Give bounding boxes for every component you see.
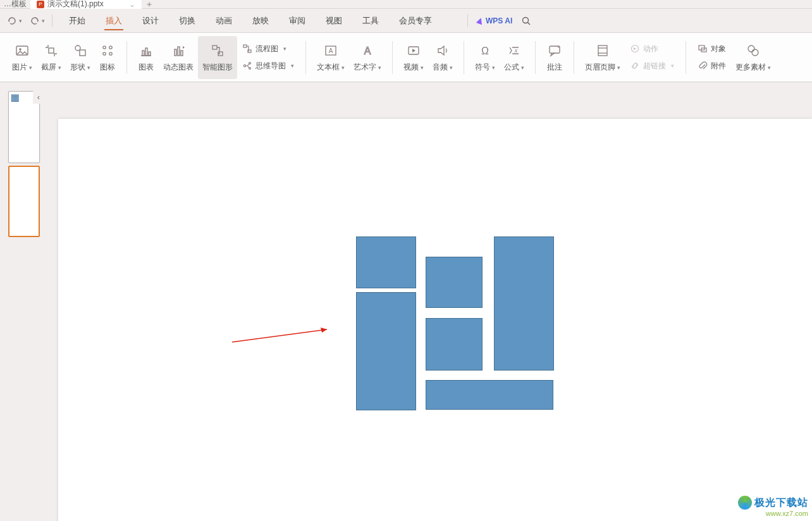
slide-thumbnails-panel[interactable]: ‹ [0, 82, 44, 521]
flowchart-button[interactable]: 流程图▾ [240, 42, 297, 56]
header-footer-button[interactable]: 页眉页脚 [581, 36, 625, 79]
menu-member[interactable]: 会员专享 [389, 9, 442, 32]
svg-text:A: A [364, 46, 371, 56]
svg-point-39 [752, 49, 758, 56]
audio-button[interactable]: 音频 [428, 36, 457, 79]
menu-animation[interactable]: 动画 [206, 9, 242, 32]
svg-text:Ω: Ω [481, 46, 489, 56]
svg-text:A: A [329, 47, 333, 54]
menu-design[interactable]: 设计 [132, 9, 169, 32]
current-slide[interactable] [58, 119, 812, 521]
picture-icon [14, 42, 30, 59]
search-button[interactable] [521, 16, 531, 26]
icons-button[interactable]: 图标 [95, 36, 120, 79]
tab-dropdown-icon[interactable]: ⌄ [129, 0, 135, 9]
shape-rectangle[interactable] [356, 236, 416, 288]
object-button[interactable]: 对象 [695, 42, 729, 56]
svg-rect-32 [598, 46, 607, 56]
more-assets-icon [745, 42, 761, 59]
hyperlink-button: 超链接▾ [627, 59, 677, 73]
symbol-button[interactable]: Ω 符号 [471, 36, 500, 79]
ribbon-insert: 图片 截屏 形状 图标 图表 [0, 33, 812, 82]
smart-shape-icon [209, 42, 226, 59]
svg-text:+: + [557, 44, 560, 50]
menu-review[interactable]: 审阅 [279, 9, 316, 32]
wps-ai-button[interactable]: WPS AI [477, 16, 512, 25]
svg-point-8 [109, 46, 112, 48]
menu-transition[interactable]: 切换 [169, 9, 206, 32]
menu-start[interactable]: 开始 [59, 9, 95, 32]
svg-point-0 [523, 17, 529, 23]
svg-point-3 [19, 48, 22, 51]
svg-rect-11 [142, 51, 144, 56]
comment-button[interactable]: + 批注 [542, 36, 567, 79]
video-button[interactable]: 视频 [399, 36, 428, 79]
collapse-panel-button[interactable]: ‹ [33, 90, 44, 104]
equation-button[interactable]: x 公式 [500, 36, 529, 79]
menu-right: WPS AI [467, 15, 531, 27]
menu-slideshow[interactable]: 放映 [242, 9, 279, 32]
action-icon [630, 44, 640, 54]
pptx-file-icon: P [37, 1, 44, 8]
menu-insert[interactable]: 插入 [95, 9, 132, 32]
file-tab[interactable]: P 演示文稿(1).pptx ⌄ [30, 0, 142, 9]
svg-rect-17 [212, 46, 217, 49]
wordart-icon: A [359, 42, 376, 59]
slide-1-content-preview [11, 94, 19, 102]
quick-access: ▾ ▾ [0, 14, 59, 28]
svg-rect-16 [181, 51, 183, 56]
title-tabs: …模板 P 演示文稿(1).pptx ⌄ ＋ [0, 0, 812, 9]
svg-marker-41 [321, 328, 327, 333]
chart-button[interactable]: 图表 [133, 36, 159, 79]
shape-rectangle[interactable] [356, 292, 416, 410]
audio-icon [434, 42, 451, 59]
wordart-button[interactable]: A 艺术字 [349, 36, 386, 79]
screenshot-button[interactable]: 截屏 [37, 36, 66, 79]
dynamic-chart-button[interactable]: 动态图表 [159, 36, 198, 79]
svg-rect-15 [178, 47, 180, 56]
menu-tools[interactable]: 工具 [352, 9, 389, 32]
more-assets-button[interactable]: 更多素材 [731, 36, 775, 79]
attachment-button[interactable]: 附件 [695, 59, 729, 73]
shapes-button[interactable]: 形状 [66, 36, 95, 79]
dynamic-chart-icon [170, 42, 187, 59]
redo-button[interactable]: ▾ [27, 14, 48, 28]
svg-rect-13 [149, 52, 151, 56]
undo-button[interactable]: ▾ [4, 14, 25, 28]
screenshot-icon [43, 42, 59, 59]
smart-shape-button[interactable]: 智能图形 [198, 36, 237, 79]
slide-canvas-area[interactable] [44, 82, 812, 521]
chevron-left-icon: ‹ [37, 92, 40, 102]
chart-icon [138, 42, 154, 59]
separator [52, 15, 52, 27]
shape-rectangle[interactable] [494, 236, 554, 371]
svg-rect-4 [49, 48, 54, 53]
attachment-icon [698, 61, 708, 71]
tab-other[interactable]: …模板 [0, 0, 30, 9]
wps-ai-label: WPS AI [486, 16, 512, 25]
ai-logo-icon [476, 16, 484, 25]
svg-rect-14 [175, 49, 176, 56]
symbol-icon: Ω [477, 42, 493, 59]
mindmap-icon [242, 61, 252, 71]
menu-bar: ▾ ▾ 开始 插入 设计 切换 动画 放映 审阅 视图 工具 会员专享 WPS … [0, 9, 812, 33]
shape-rectangle[interactable] [426, 380, 553, 410]
svg-point-22 [249, 63, 251, 64]
textbox-button[interactable]: A 文本框 [312, 36, 349, 79]
search-icon [521, 16, 531, 26]
shape-rectangle[interactable] [426, 318, 483, 371]
equation-icon: x [506, 42, 522, 59]
object-icon [698, 44, 708, 54]
watermark-logo-icon [738, 496, 752, 510]
insert-picture-button[interactable]: 图片 [8, 36, 37, 79]
flowchart-icon [242, 44, 252, 54]
slide-thumbnail-2[interactable] [8, 166, 40, 237]
separator [467, 15, 468, 27]
svg-point-9 [103, 52, 106, 54]
shape-rectangle[interactable] [426, 257, 483, 308]
main-menu: 开始 插入 设计 切换 动画 放映 审阅 视图 工具 会员专享 [59, 9, 442, 32]
menu-view[interactable]: 视图 [316, 9, 352, 32]
svg-rect-12 [145, 48, 147, 56]
svg-text:x: x [514, 47, 518, 54]
mindmap-button[interactable]: 思维导图▾ [240, 59, 297, 73]
